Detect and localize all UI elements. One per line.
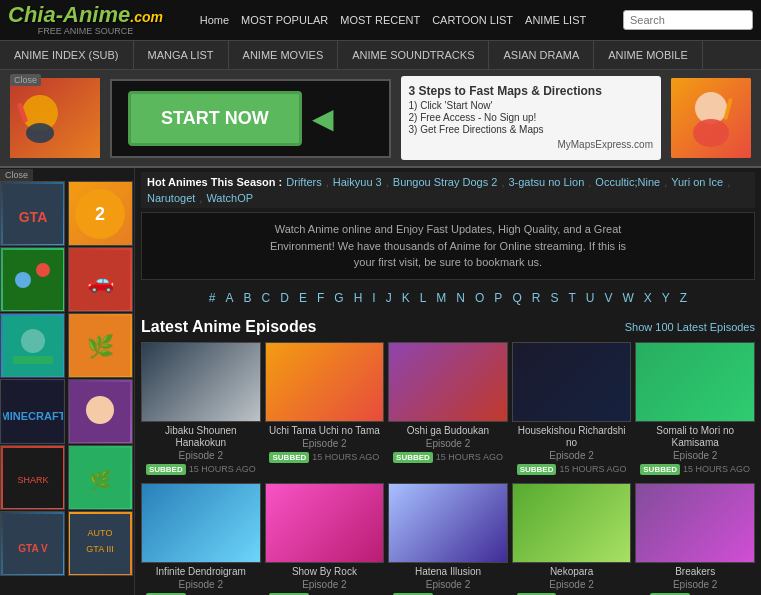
alpha-y[interactable]: Y bbox=[659, 290, 673, 306]
episode-num-3: Episode 2 bbox=[512, 450, 632, 461]
episode-card-6[interactable]: Show By Rock Episode 2 SUBBED 16 HOURS A… bbox=[265, 483, 385, 596]
welcome-text-3: your first visit, be sure to bookmark us… bbox=[150, 254, 746, 271]
sidebar-thumb-2[interactable]: 2 bbox=[68, 181, 133, 246]
alpha-a[interactable]: A bbox=[223, 290, 237, 306]
nav-anime-movies[interactable]: ANIME MOVIES bbox=[229, 41, 339, 69]
alpha-b[interactable]: B bbox=[241, 290, 255, 306]
episode-meta-2: SUBBED 15 HOURS AGO bbox=[388, 452, 508, 463]
hot-bar: Hot Animes This Season : Drifters, Haiky… bbox=[141, 172, 755, 208]
alpha-z[interactable]: Z bbox=[677, 290, 690, 306]
nav-most-popular[interactable]: MOST POPULAR bbox=[241, 14, 328, 26]
episode-num-5: Episode 2 bbox=[141, 579, 261, 590]
alpha-s[interactable]: S bbox=[547, 290, 561, 306]
nav-anime-soundtracks[interactable]: ANIME SOUNDTRACKS bbox=[338, 41, 489, 69]
episode-card-2[interactable]: Oshi ga Budoukan Episode 2 SUBBED 15 HOU… bbox=[388, 342, 508, 475]
episode-card-7[interactable]: Hatena Illusion Episode 2 SUBBED 16 HOUR… bbox=[388, 483, 508, 596]
sidebar-thumb-4[interactable]: 🚗 bbox=[68, 247, 133, 312]
episode-thumb-6 bbox=[265, 483, 385, 563]
episode-title-6: Show By Rock bbox=[265, 566, 385, 578]
hot-anime-0[interactable]: Drifters bbox=[286, 176, 321, 188]
svg-rect-19 bbox=[13, 356, 53, 364]
episode-card-1[interactable]: Uchi Tama Uchi no Tama Episode 2 SUBBED … bbox=[265, 342, 385, 475]
episode-thumb-2 bbox=[388, 342, 508, 422]
alpha-hash[interactable]: # bbox=[206, 290, 219, 306]
episode-card-0[interactable]: Jibaku Shounen Hanakokun Episode 2 SUBBE… bbox=[141, 342, 261, 475]
episode-num-1: Episode 2 bbox=[265, 438, 385, 449]
hot-anime-5[interactable]: Yuri on Ice bbox=[671, 176, 723, 188]
episode-num-9: Episode 2 bbox=[635, 579, 755, 590]
episode-title-2: Oshi ga Budoukan bbox=[388, 425, 508, 437]
alpha-l[interactable]: L bbox=[417, 290, 430, 306]
episode-card-8[interactable]: Nekopara Episode 2 SUBBED 16 HOURS AGO bbox=[512, 483, 632, 596]
sidebar-thumb-12[interactable]: AUTOGTA III bbox=[68, 511, 133, 576]
episode-card-9[interactable]: Breakers Episode 2 SUBBED 1 DAY AGO bbox=[635, 483, 755, 596]
sidebar-thumb-9[interactable]: SHARK bbox=[0, 445, 65, 510]
sidebar-thumb-10[interactable]: 🌿 bbox=[68, 445, 133, 510]
alpha-o[interactable]: O bbox=[472, 290, 487, 306]
banner-brand: MyMapsExpress.com bbox=[409, 139, 654, 150]
banner-step3: 3) Get Free Directions & Maps bbox=[409, 124, 654, 135]
sidebar-thumb-3[interactable] bbox=[0, 247, 65, 312]
nav-anime-index[interactable]: ANIME INDEX (SUB) bbox=[0, 41, 134, 69]
episode-thumb-8 bbox=[512, 483, 632, 563]
nav-asian-drama[interactable]: ASIAN DRAMA bbox=[489, 41, 594, 69]
subbed-badge-4: SUBBED bbox=[640, 464, 680, 475]
nav-home[interactable]: Home bbox=[200, 14, 229, 26]
hot-anime-3[interactable]: 3-gatsu no Lion bbox=[508, 176, 584, 188]
nav-anime-mobile[interactable]: ANIME MOBILE bbox=[594, 41, 702, 69]
episode-num-8: Episode 2 bbox=[512, 579, 632, 590]
alpha-q[interactable]: Q bbox=[509, 290, 524, 306]
sidebar-thumb-8[interactable] bbox=[68, 379, 133, 444]
episode-grid-row2: Infinite Dendroigram Episode 2 SUBBED 16… bbox=[141, 483, 755, 596]
banner-steps-title: 3 Steps to Fast Maps & Directions bbox=[409, 84, 654, 98]
episode-card-4[interactable]: Somali to Mori no Kamisama Episode 2 SUB… bbox=[635, 342, 755, 475]
ep-time-0: 15 HOURS AGO bbox=[189, 464, 256, 474]
nav-cartoon-list[interactable]: CARTOON LIST bbox=[432, 14, 513, 26]
alpha-h[interactable]: H bbox=[351, 290, 366, 306]
episode-meta-4: SUBBED 15 HOURS AGO bbox=[635, 464, 755, 475]
search-input[interactable] bbox=[623, 10, 753, 30]
svg-text:SHARK: SHARK bbox=[17, 475, 48, 485]
sidebar-thumb-7[interactable]: MINECRAFT bbox=[0, 379, 65, 444]
episode-title-9: Breakers bbox=[635, 566, 755, 578]
alpha-d[interactable]: D bbox=[277, 290, 292, 306]
episode-card-5[interactable]: Infinite Dendroigram Episode 2 SUBBED 16… bbox=[141, 483, 261, 596]
banner-close-button[interactable]: Close bbox=[10, 74, 41, 86]
content-area: Close GTA 2 🚗 🌿 MINECRAFT bbox=[0, 168, 761, 595]
nav-anime-list[interactable]: ANIME LIST bbox=[525, 14, 586, 26]
alpha-v[interactable]: V bbox=[601, 290, 615, 306]
sidebar-thumb-11[interactable]: GTA V bbox=[0, 511, 65, 576]
start-now-button[interactable]: START NOW bbox=[128, 91, 302, 146]
alpha-m[interactable]: M bbox=[433, 290, 449, 306]
latest-title: Latest Anime Episodes bbox=[141, 318, 316, 336]
sidebar-thumb-5[interactable] bbox=[0, 313, 65, 378]
alpha-e[interactable]: E bbox=[296, 290, 310, 306]
show-100-button[interactable]: Show 100 Latest Episodes bbox=[625, 321, 755, 333]
alpha-j[interactable]: J bbox=[383, 290, 395, 306]
hot-anime-2[interactable]: Bungou Stray Dogs 2 bbox=[393, 176, 498, 188]
alpha-i[interactable]: I bbox=[369, 290, 378, 306]
alpha-p[interactable]: P bbox=[491, 290, 505, 306]
alpha-n[interactable]: N bbox=[453, 290, 468, 306]
hot-anime-1[interactable]: Haikyuu 3 bbox=[333, 176, 382, 188]
svg-text:AUTO: AUTO bbox=[88, 528, 113, 538]
hot-anime-6[interactable]: Narutoget bbox=[147, 192, 195, 204]
sidebar-thumb-1[interactable]: GTA bbox=[0, 181, 65, 246]
alpha-t[interactable]: T bbox=[565, 290, 578, 306]
episode-card-3[interactable]: Housekishou Richardshi no Episode 2 SUBB… bbox=[512, 342, 632, 475]
alpha-r[interactable]: R bbox=[529, 290, 544, 306]
alpha-f[interactable]: F bbox=[314, 290, 327, 306]
sidebar-thumb-6[interactable]: 🌿 bbox=[68, 313, 133, 378]
alpha-u[interactable]: U bbox=[583, 290, 598, 306]
hot-anime-7[interactable]: WatchOP bbox=[206, 192, 253, 204]
logo-text: Chia-Anime.com bbox=[8, 4, 163, 26]
nav-manga-list[interactable]: MANGA LIST bbox=[134, 41, 229, 69]
nav-most-recent[interactable]: MOST RECENT bbox=[340, 14, 420, 26]
alpha-k[interactable]: K bbox=[399, 290, 413, 306]
alpha-g[interactable]: G bbox=[331, 290, 346, 306]
sidebar-close-button[interactable]: Close bbox=[0, 169, 33, 181]
alpha-c[interactable]: C bbox=[259, 290, 274, 306]
alpha-w[interactable]: W bbox=[619, 290, 636, 306]
alpha-x[interactable]: X bbox=[641, 290, 655, 306]
hot-anime-4[interactable]: Occultic;Nine bbox=[595, 176, 660, 188]
